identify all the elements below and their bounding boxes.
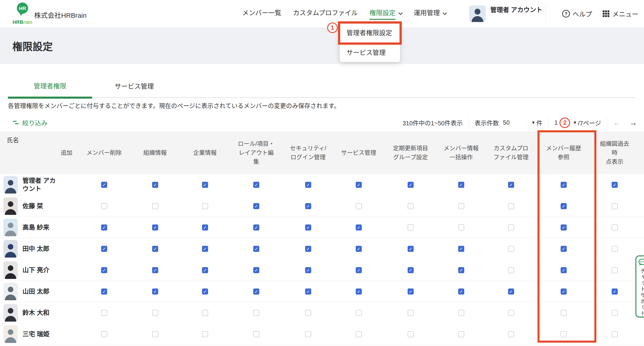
per-page-dropdown-arrow[interactable]: ▼ <box>531 120 536 125</box>
permission-checkbox[interactable]: ✓ <box>152 182 158 188</box>
nav-permission-settings[interactable]: 権限設定 <box>370 8 402 20</box>
permission-checkbox[interactable] <box>508 267 514 273</box>
permission-checkbox[interactable]: ✓ <box>458 246 464 252</box>
permission-checkbox[interactable]: ✓ <box>356 224 362 230</box>
permission-checkbox[interactable]: ✓ <box>253 182 259 188</box>
permission-checkbox[interactable] <box>101 203 107 209</box>
permission-checkbox[interactable] <box>612 310 618 316</box>
permission-checkbox[interactable] <box>508 310 514 316</box>
permission-checkbox[interactable]: ✓ <box>458 182 464 188</box>
permission-checkbox[interactable]: ✓ <box>356 246 362 252</box>
menu-button[interactable]: メニュー <box>602 9 638 18</box>
permission-checkbox[interactable]: ✓ <box>101 182 107 188</box>
help-button[interactable]: ? ヘルプ <box>562 9 592 18</box>
chat-support-button[interactable]: チャットサポート <box>636 256 644 318</box>
permission-checkbox[interactable]: ✓ <box>561 182 567 188</box>
permission-checkbox[interactable]: ✓ <box>408 267 414 273</box>
permission-checkbox[interactable]: ✓ <box>101 288 107 294</box>
tab-admin-permission[interactable]: 管理者権限 <box>8 74 92 99</box>
permission-checkbox[interactable]: ✓ <box>202 288 208 294</box>
hrbrain-logo[interactable]: HR HRBrain <box>12 2 33 25</box>
filter-button[interactable]: 絞り込み <box>8 118 48 127</box>
permission-checkbox[interactable] <box>202 310 208 316</box>
page-dropdown-arrow[interactable]: ▼ <box>573 120 577 125</box>
permission-checkbox[interactable]: ✓ <box>202 267 208 273</box>
permission-checkbox[interactable]: ✓ <box>508 288 514 294</box>
permission-checkbox[interactable] <box>305 310 311 316</box>
permission-checkbox[interactable]: ✓ <box>253 224 259 230</box>
permission-checkbox[interactable]: ✓ <box>408 288 414 294</box>
permission-checkbox[interactable] <box>508 246 514 252</box>
permission-checkbox[interactable]: ✓ <box>408 182 414 188</box>
permission-checkbox[interactable] <box>508 203 514 209</box>
permission-checkbox[interactable]: ✓ <box>152 288 158 294</box>
permission-checkbox[interactable] <box>408 331 414 337</box>
permission-checkbox[interactable]: ✓ <box>152 224 158 230</box>
menu-item-service-management[interactable]: サービス管理 <box>340 42 400 62</box>
permission-checkbox[interactable]: ✓ <box>305 182 311 188</box>
next-page-button[interactable]: → <box>629 119 637 127</box>
permission-checkbox[interactable] <box>458 203 464 209</box>
permission-checkbox[interactable]: ✓ <box>305 224 311 230</box>
permission-checkbox[interactable]: ✓ <box>356 182 362 188</box>
permission-checkbox[interactable]: ✓ <box>101 246 107 252</box>
permission-checkbox[interactable]: ✓ <box>612 288 618 294</box>
user-account[interactable]: 管理者 アカウント <box>469 6 544 22</box>
permission-checkbox[interactable]: ✓ <box>101 224 107 230</box>
permission-checkbox[interactable] <box>253 310 259 316</box>
permission-checkbox[interactable] <box>408 224 414 230</box>
permission-checkbox[interactable] <box>152 331 158 337</box>
permission-checkbox[interactable] <box>101 331 107 337</box>
permission-checkbox[interactable]: ✓ <box>152 246 158 252</box>
permission-checkbox[interactable]: ✓ <box>305 246 311 252</box>
permission-checkbox[interactable]: ✓ <box>305 203 311 209</box>
permission-checkbox[interactable]: ✓ <box>356 267 362 273</box>
nav-custom-profile[interactable]: カスタムプロファイル <box>293 8 358 20</box>
permission-checkbox[interactable] <box>202 203 208 209</box>
permission-checkbox[interactable]: ✓ <box>356 288 362 294</box>
permission-checkbox[interactable]: ✓ <box>101 267 107 273</box>
permission-checkbox[interactable] <box>561 310 567 316</box>
permission-checkbox[interactable] <box>356 310 362 316</box>
permission-checkbox[interactable]: ✓ <box>305 267 311 273</box>
permission-checkbox[interactable] <box>612 203 618 209</box>
permission-checkbox[interactable] <box>152 310 158 316</box>
permission-checkbox[interactable]: ✓ <box>152 267 158 273</box>
permission-checkbox[interactable] <box>152 203 158 209</box>
nav-member-list[interactable]: メンバー一覧 <box>242 8 281 20</box>
permission-checkbox[interactable] <box>612 331 618 337</box>
permission-checkbox[interactable] <box>408 203 414 209</box>
permission-checkbox[interactable]: ✓ <box>561 224 567 230</box>
permission-checkbox[interactable] <box>458 331 464 337</box>
permission-checkbox[interactable] <box>305 331 311 337</box>
permission-checkbox[interactable]: ✓ <box>253 246 259 252</box>
permission-checkbox[interactable] <box>356 203 362 209</box>
permission-checkbox[interactable]: ✓ <box>561 288 567 294</box>
permission-checkbox[interactable] <box>561 331 567 337</box>
permission-checkbox[interactable]: ✓ <box>202 182 208 188</box>
permission-checkbox[interactable] <box>356 331 362 337</box>
permission-checkbox[interactable]: ✓ <box>561 267 567 273</box>
permission-checkbox[interactable] <box>253 331 259 337</box>
permission-checkbox[interactable] <box>458 310 464 316</box>
permission-checkbox[interactable]: ✓ <box>408 246 414 252</box>
permission-checkbox[interactable] <box>202 331 208 337</box>
permission-checkbox[interactable]: ✓ <box>253 267 259 273</box>
permission-checkbox[interactable]: ✓ <box>305 288 311 294</box>
permission-checkbox[interactable]: ✓ <box>508 182 514 188</box>
permission-checkbox[interactable]: ✓ <box>612 182 618 188</box>
permission-checkbox[interactable]: ✓ <box>202 224 208 230</box>
permission-checkbox[interactable] <box>508 331 514 337</box>
permission-checkbox[interactable]: ✓ <box>253 288 259 294</box>
permission-checkbox[interactable] <box>508 224 514 230</box>
permission-checkbox[interactable]: ✓ <box>458 288 464 294</box>
permission-checkbox[interactable]: ✓ <box>458 267 464 273</box>
permission-checkbox[interactable] <box>612 267 618 273</box>
nav-operation-management[interactable]: 運用管理 <box>414 8 446 20</box>
permission-checkbox[interactable] <box>408 310 414 316</box>
permission-checkbox[interactable] <box>612 246 618 252</box>
tab-service-management[interactable]: サービス管理 <box>92 74 176 97</box>
permission-checkbox[interactable] <box>458 224 464 230</box>
permission-checkbox[interactable]: ✓ <box>253 203 259 209</box>
permission-checkbox[interactable] <box>101 310 107 316</box>
